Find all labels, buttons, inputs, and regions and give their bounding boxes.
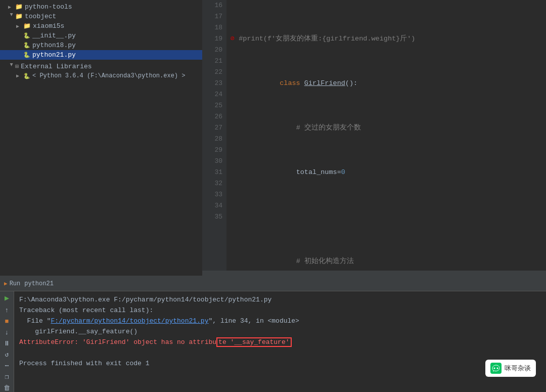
run-toolbar: ▶ ↑ ■ ↓ ⏸ ↺ ⋯ ❐ 🗑 xyxy=(0,291,14,392)
code-editor: 16 17 18 19 20 21 22 23 24 25 26 27 28 2… xyxy=(202,0,546,276)
python-file-icon: 🐍 xyxy=(23,42,30,49)
sidebar-item-label: python21.py xyxy=(32,51,76,59)
expand-arrow: ▶ xyxy=(16,23,23,29)
sidebar-item-label: < Python 3.6.4 (F:\Anaconda3\python.exe)… xyxy=(32,72,185,79)
run-clear-button[interactable]: 🗑 xyxy=(2,384,12,392)
output-line-2: Traceback (most recent call last): xyxy=(19,305,541,316)
python-file-icon: 🐍 xyxy=(23,52,30,58)
sidebar-item-python21[interactable]: ▶ 🐍 python21.py xyxy=(0,50,202,60)
sidebar-item-label: python18.py xyxy=(32,41,76,49)
sidebar-item-python18[interactable]: ▶ 🐍 python18.py xyxy=(0,40,202,50)
run-tab[interactable]: ▶ Run python21 xyxy=(4,280,54,287)
folder-icon: 📁 xyxy=(15,13,23,20)
run-pause-button[interactable]: ⏸ xyxy=(2,339,12,347)
expand-arrow: ▶ xyxy=(9,13,15,20)
expand-arrow: ▶ xyxy=(9,63,15,70)
run-copy-button[interactable]: ❐ xyxy=(2,373,12,381)
output-call: girlFriend.__say_feature() xyxy=(19,328,138,335)
code-line-21: # 初始化构造方法 xyxy=(231,256,546,267)
run-content: ▶ ↑ ■ ↓ ⏸ ↺ ⋯ ❐ 🗑 F:\Anaconda3\python.ex… xyxy=(0,291,546,392)
watermark-text: 咪哥杂谈 xyxy=(505,364,531,373)
run-tab-label: Run xyxy=(10,280,21,287)
sidebar-item-external-libs[interactable]: ▶ ⊞ External Libraries xyxy=(0,62,202,71)
code-line-20 xyxy=(231,211,546,223)
output-line-3: File "F:/pycharm/python14/toobject/pytho… xyxy=(19,316,541,326)
sidebar-item-toobject[interactable]: ▶ 📁 toobject xyxy=(0,12,202,21)
watermark: 咪哥杂谈 xyxy=(485,360,536,377)
svg-point-0 xyxy=(494,368,495,369)
run-stop-button[interactable]: ■ xyxy=(2,317,12,325)
output-file-prefix: File " xyxy=(19,317,51,325)
sidebar-item-label: toobject xyxy=(25,13,56,20)
output-file-suffix: ", line 34, in <module> xyxy=(208,317,299,325)
output-line-7: Process finished with exit code 1 xyxy=(19,358,541,369)
expand-arrow: ▶ xyxy=(8,4,15,10)
output-path: F:\Anaconda3\python.exe F:/pycharm/pytho… xyxy=(19,296,271,303)
output-file-link[interactable]: F:/pycharm/python14/toobject/python21.py xyxy=(51,317,208,325)
folder-icon: 📁 xyxy=(23,22,31,30)
code-line-16: ⊘ #print(f'女朋友的体重:{girlfriend.weight}斤') xyxy=(231,33,546,45)
wechat-icon xyxy=(490,363,502,374)
code-line-17: class GirlFriend(): xyxy=(231,78,546,89)
run-play-button[interactable]: ▶ xyxy=(2,293,12,303)
sidebar-item-python364[interactable]: ▶ 🐍 < Python 3.6.4 (F:\Anaconda3\python.… xyxy=(0,71,202,80)
sidebar-item-label: External Libraries xyxy=(21,63,92,70)
output-error-prefix: AttributeError: 'GirlFriend' object has … xyxy=(19,338,216,346)
run-rerun-button[interactable]: ↺ xyxy=(2,351,12,359)
run-more-button[interactable]: ⋯ xyxy=(2,362,12,370)
sidebar-item-label: python-tools xyxy=(25,3,72,11)
code-line-19: total_nums = 0 xyxy=(231,167,546,178)
output-line-5: AttributeError: 'GirlFriend' object has … xyxy=(19,337,541,347)
output-traceback: Traceback (most recent call last): xyxy=(19,307,153,314)
run-panel: ▶ Run python21 ▶ ↑ ■ ↓ ⏸ ↺ ⋯ ❐ 🗑 F:\Anac… xyxy=(0,276,546,392)
svg-point-1 xyxy=(497,368,498,369)
run-scroll-up-button[interactable]: ↑ xyxy=(2,306,12,314)
folder-icon: 📁 xyxy=(15,3,23,11)
line-numbers: 16 17 18 19 20 21 22 23 24 25 26 27 28 2… xyxy=(202,0,226,271)
run-tab-icon: ▶ xyxy=(4,280,8,287)
python-file-icon: 🐍 xyxy=(23,32,30,39)
horizontal-scrollbar[interactable] xyxy=(202,271,546,276)
code-line-18: # 交过的女朋友个数 xyxy=(231,122,546,134)
file-tree: ▶ 📁 python-tools ▶ 📁 toobject ▶ 📁 xiaomi… xyxy=(0,0,202,276)
output-error-boxed: te '__say_feature' xyxy=(216,337,291,347)
run-tab-bar: ▶ Run python21 xyxy=(0,276,546,291)
sidebar-item-python-tools[interactable]: ▶ 📁 python-tools xyxy=(0,2,202,12)
output-exit: Process finished with exit code 1 xyxy=(19,360,149,367)
sidebar-item-xiaomi5s[interactable]: ▶ 📁 xiaomi5s xyxy=(0,21,202,31)
run-output: F:\Anaconda3\python.exe F:/pycharm/pytho… xyxy=(14,291,546,392)
code-lines[interactable]: ⊘ #print(f'女朋友的体重:{girlfriend.weight}斤')… xyxy=(226,0,546,271)
expand-arrow: ▶ xyxy=(16,73,23,79)
python-interp-icon: 🐍 xyxy=(23,73,30,79)
sidebar-item-label: __init__.py xyxy=(32,32,76,39)
sidebar-item-label: xiaomi5s xyxy=(33,22,64,30)
output-line-4: girlFriend.__say_feature() xyxy=(19,326,541,337)
libs-icon: ⊞ xyxy=(15,63,19,70)
run-scroll-down-button[interactable]: ↓ xyxy=(2,328,12,336)
output-line-6 xyxy=(19,347,541,358)
output-line-1: F:\Anaconda3\python.exe F:/pycharm/pytho… xyxy=(19,294,541,305)
sidebar-item-init[interactable]: ▶ 🐍 __init__.py xyxy=(0,31,202,40)
run-file-label: python21 xyxy=(24,280,54,287)
